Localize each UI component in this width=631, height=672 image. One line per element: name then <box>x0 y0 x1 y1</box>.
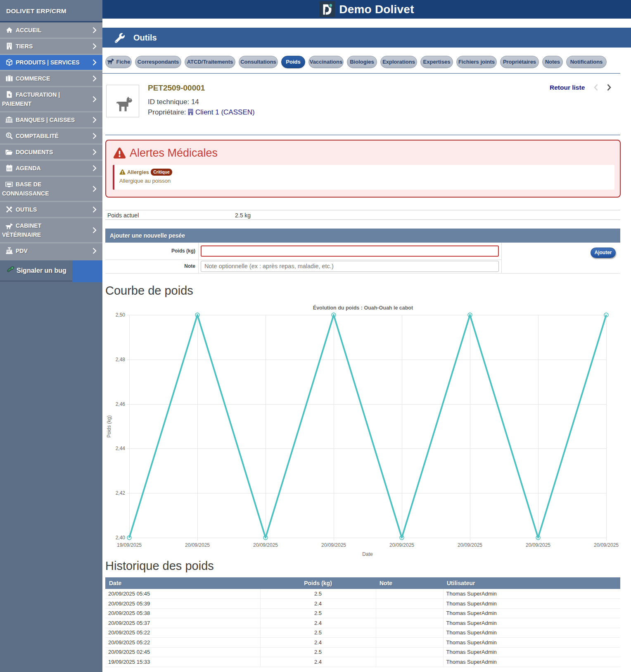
svg-text:$: $ <box>7 133 9 137</box>
svg-text:2,40: 2,40 <box>116 535 126 541</box>
svg-text:20/09/2025: 20/09/2025 <box>185 542 210 548</box>
svg-text:20/09/2025: 20/09/2025 <box>253 542 278 548</box>
svg-text:$: $ <box>8 93 10 97</box>
svg-text:2,44: 2,44 <box>116 446 126 451</box>
svg-text:20/09/2025: 20/09/2025 <box>526 542 550 548</box>
svg-text:20/09/2025: 20/09/2025 <box>594 542 619 548</box>
svg-text:Évolution du poids : Ouah-Ouah: Évolution du poids : Ouah-Ouah le cabot <box>313 305 413 311</box>
svg-text:2,46: 2,46 <box>116 401 126 407</box>
svg-text:Poids (kg): Poids (kg) <box>106 415 112 438</box>
svg-text:20/09/2025: 20/09/2025 <box>321 542 346 548</box>
svg-text:19/09/2025: 19/09/2025 <box>117 542 142 548</box>
svg-text:2,42: 2,42 <box>116 490 126 496</box>
svg-text:2,50: 2,50 <box>116 312 126 318</box>
svg-text:2,48: 2,48 <box>116 357 126 362</box>
svg-text:20/09/2025: 20/09/2025 <box>458 542 482 548</box>
svg-text:Date: Date <box>362 551 373 557</box>
svg-text:20/09/2025: 20/09/2025 <box>389 542 414 548</box>
